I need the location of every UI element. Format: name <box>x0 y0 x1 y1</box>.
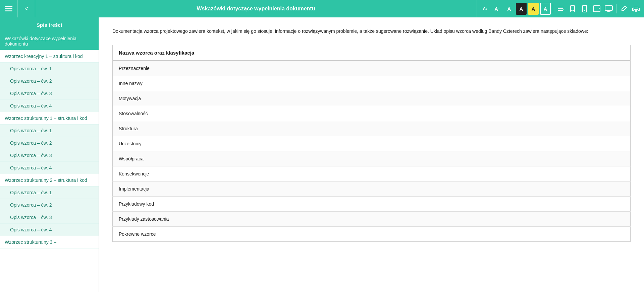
sidebar-item-10[interactable]: Opis wzorca – ćw. 4 <box>0 162 99 174</box>
sidebar-item-8[interactable]: Opis wzorca – ćw. 2 <box>0 137 99 149</box>
font-normal-button[interactable]: A <box>504 3 515 15</box>
edit-button[interactable] <box>619 3 629 15</box>
table-row: Przykładowy kod <box>113 197 631 212</box>
sidebar-item-4[interactable]: Opis wzorca – ćw. 3 <box>0 87 99 100</box>
sidebar-item-14[interactable]: Opis wzorca – ćw. 3 <box>0 211 99 224</box>
sidebar-item-11[interactable]: Wzorzec strukturalny 2 – struktura i kod <box>0 174 99 187</box>
sidebar-item-1[interactable]: Wzorzec kreacyjny 1 – struktura i kod <box>0 50 99 63</box>
sidebar-item-16[interactable]: Wzorzec strukturalny 3 – <box>0 236 99 248</box>
bookmark-button[interactable] <box>567 3 578 15</box>
table-row: Przykłady zastosowania <box>113 212 631 227</box>
main-layout: Spis treści Wskazówki dotyczące wypełnie… <box>0 17 644 292</box>
toolbar: A↓ A↑ A A A A <box>477 0 644 17</box>
text-align-button[interactable] <box>555 3 566 15</box>
sidebar-item-9[interactable]: Opis wzorca – ćw. 3 <box>0 149 99 162</box>
table-row: Implementacja <box>113 181 631 197</box>
sidebar-item-7[interactable]: Opis wzorca – ćw. 1 <box>0 125 99 137</box>
top-bar: < Wskazówki dotyczące wypełnienia dokume… <box>0 0 644 17</box>
page-title: Wskazówki dotyczące wypełnienia dokument… <box>35 0 477 17</box>
print-button[interactable] <box>631 3 641 15</box>
sidebar-item-13[interactable]: Opis wzorca – ćw. 2 <box>0 199 99 211</box>
pattern-table: Nazwa wzorca oraz klasyfikacjaPrzeznacze… <box>112 45 631 242</box>
table-row: Przeznaczenie <box>113 61 631 76</box>
table-row: Struktura <box>113 121 631 136</box>
toolbar-separator-2 <box>616 4 616 13</box>
font-increase-button[interactable]: A↑ <box>492 3 502 15</box>
sidebar-header: Spis treści <box>0 17 99 32</box>
table-row: Uczestnicy <box>113 136 631 151</box>
sidebar-item-5[interactable]: Opis wzorca – ćw. 4 <box>0 100 99 112</box>
sidebar: Spis treści Wskazówki dotyczące wypełnie… <box>0 17 99 292</box>
table-row: Współpraca <box>113 151 631 166</box>
svg-line-7 <box>562 9 563 9</box>
sidebar-item-6[interactable]: Wzorzec strukturalny 1 – struktura i kod <box>0 112 99 125</box>
font-black-button[interactable]: A <box>516 3 527 15</box>
sidebar-item-3[interactable]: Opis wzorca – ćw. 2 <box>0 75 99 87</box>
sidebar-item-0[interactable]: Wskazówki dotyczące wypełnienia dokument… <box>0 32 99 50</box>
menu-button[interactable] <box>0 0 17 17</box>
table-row: Inne nazwy <box>113 76 631 91</box>
tablet-view-button[interactable] <box>591 3 602 15</box>
mobile-view-button[interactable] <box>579 3 590 15</box>
back-button[interactable]: < <box>17 0 35 17</box>
sidebar-item-2[interactable]: Opis wzorca – ćw. 1 <box>0 63 99 75</box>
toolbar-separator-1 <box>553 4 553 13</box>
table-row: Pokrewne wzorce <box>113 227 631 242</box>
table-row: Konsekwencje <box>113 166 631 181</box>
font-decrease-button[interactable]: A↓ <box>480 3 490 15</box>
table-row: Stosowalność <box>113 106 631 121</box>
table-row: Nazwa wzorca oraz klasyfikacja <box>113 45 631 61</box>
font-teal-button[interactable]: A <box>540 3 551 15</box>
sidebar-items: Wskazówki dotyczące wypełnienia dokument… <box>0 32 99 248</box>
svg-rect-12 <box>605 6 612 10</box>
desktop-view-button[interactable] <box>603 3 614 15</box>
table-row: Motywacja <box>113 91 631 106</box>
sidebar-item-15[interactable]: Opis wzorca – ćw. 4 <box>0 224 99 236</box>
content-area: Dokumentacja wzorca projektowego zawiera… <box>99 17 644 292</box>
font-yellow-button[interactable]: A <box>528 3 539 15</box>
intro-text: Dokumentacja wzorca projektowego zawiera… <box>112 27 631 35</box>
sidebar-item-12[interactable]: Opis wzorca – ćw. 1 <box>0 187 99 199</box>
